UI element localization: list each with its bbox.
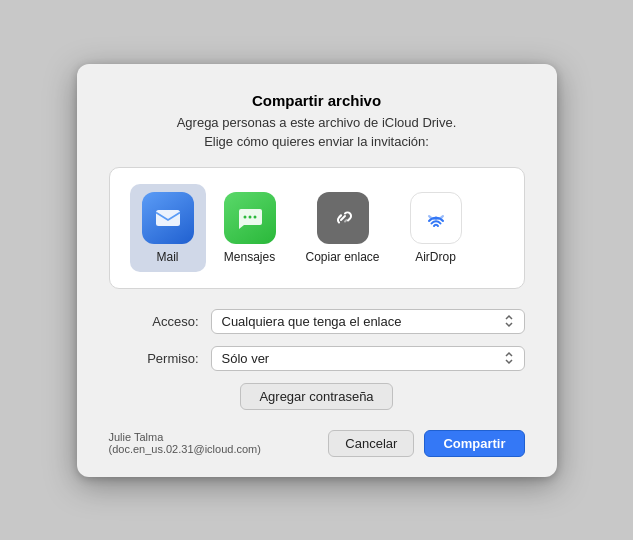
mail-svg xyxy=(153,203,183,233)
permission-row: Permiso: Sólo ver xyxy=(109,346,525,371)
share-option-messages[interactable]: Mensajes xyxy=(212,184,288,272)
svg-point-2 xyxy=(248,215,251,218)
access-row: Acceso: Cualquiera que tenga el enlace xyxy=(109,309,525,334)
svg-rect-0 xyxy=(156,210,180,226)
share-dialog: Compartir archivo Agrega personas a este… xyxy=(77,64,557,477)
messages-label: Mensajes xyxy=(224,250,275,264)
footer-buttons: Cancelar Compartir xyxy=(328,430,524,457)
copylink-label: Copiar enlace xyxy=(306,250,380,264)
svg-point-4 xyxy=(434,216,437,219)
copylink-svg xyxy=(328,203,358,233)
permission-label: Permiso: xyxy=(109,351,199,366)
share-button[interactable]: Compartir xyxy=(424,430,524,457)
airdrop-label: AirDrop xyxy=(415,250,456,264)
svg-point-1 xyxy=(243,215,246,218)
dialog-subtitle2: Elige cómo quieres enviar la invitación: xyxy=(109,134,525,149)
permission-select[interactable]: Sólo ver xyxy=(211,346,525,371)
messages-svg xyxy=(235,203,265,233)
dialog-title: Compartir archivo xyxy=(109,92,525,109)
svg-point-3 xyxy=(253,215,256,218)
mail-label: Mail xyxy=(156,250,178,264)
dialog-footer: Julie Talma (doc.en_us.02.31@icloud.com)… xyxy=(109,430,525,457)
access-label: Acceso: xyxy=(109,314,199,329)
mail-icon xyxy=(142,192,194,244)
share-option-copylink[interactable]: Copiar enlace xyxy=(294,184,392,272)
dialog-subtitle: Agrega personas a este archivo de iCloud… xyxy=(109,115,525,130)
copylink-icon xyxy=(317,192,369,244)
airdrop-svg xyxy=(421,203,451,233)
share-option-airdrop[interactable]: AirDrop xyxy=(398,184,474,272)
footer-user: Julie Talma (doc.en_us.02.31@icloud.com) xyxy=(109,431,317,455)
add-password-row: Agregar contraseña xyxy=(109,383,525,410)
messages-icon xyxy=(224,192,276,244)
share-option-mail[interactable]: Mail xyxy=(130,184,206,272)
add-password-button[interactable]: Agregar contraseña xyxy=(240,383,392,410)
cancel-button[interactable]: Cancelar xyxy=(328,430,414,457)
airdrop-icon xyxy=(410,192,462,244)
share-options-panel: Mail Mensajes xyxy=(109,167,525,289)
access-select[interactable]: Cualquiera que tenga el enlace xyxy=(211,309,525,334)
